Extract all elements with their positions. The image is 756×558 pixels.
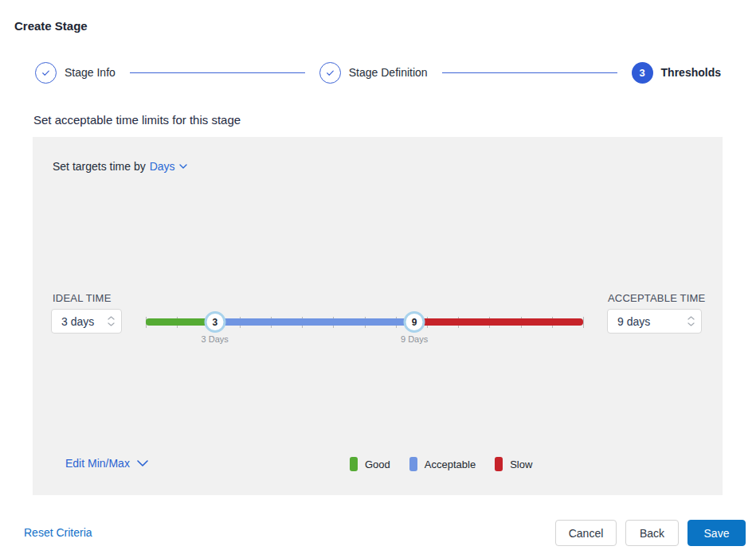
acceptable-time-label: ACCEPTABLE TIME [608,292,705,304]
spinner-controls [108,310,115,333]
targets-time-label: Set targets time by [53,160,146,173]
step-stage-info[interactable]: Stage Info [35,62,116,84]
acceptable-swatch [409,457,417,471]
step-number-badge: 3 [632,62,653,84]
step-complete-icon [35,62,57,84]
legend-item-acceptable: Acceptable [409,457,476,471]
legend-label: Acceptable [425,458,476,470]
legend-label: Good [365,458,390,470]
slider-legend: Good Acceptable Slow [350,457,532,471]
segment-slow [414,318,583,326]
spinner-up-icon[interactable] [108,316,115,320]
slider-handle-min-caption: 3 Days [202,334,229,344]
stepper-connector [130,72,305,73]
unit-dropdown[interactable]: Days [150,160,187,173]
step-label: Stage Info [65,66,116,79]
back-button[interactable]: Back [625,520,679,546]
chevron-down-icon [137,460,148,466]
good-swatch [350,457,358,471]
create-stage-dialog: Create Stage Stage Info Stage Definition… [0,0,756,558]
ideal-time-label: IDEAL TIME [53,292,112,304]
edit-minmax-label: Edit Min/Max [65,457,130,470]
slow-swatch [495,457,503,471]
thresholds-panel: Set targets time by Days IDEAL TIME 3 9 [33,137,723,495]
segment-acceptable [215,318,414,326]
spinner-down-icon[interactable] [687,322,695,326]
time-range-slider[interactable]: 3 9 3 Days 9 Days [146,306,583,345]
spinner-controls [687,310,695,333]
step-stage-definition[interactable]: Stage Definition [319,62,428,84]
save-button[interactable]: Save [687,520,746,546]
ideal-time-stepper[interactable] [51,309,122,334]
spinner-down-icon[interactable] [108,322,115,326]
slider-handle-max-caption: 9 Days [401,334,428,344]
targets-time-row: Set targets time by Days [53,160,187,173]
spinner-up-icon[interactable] [687,316,695,320]
reset-criteria-link[interactable]: Reset Criteria [24,526,92,539]
unit-dropdown-value: Days [150,160,175,173]
legend-item-slow: Slow [495,457,532,471]
step-label: Thresholds [661,66,721,79]
step-thresholds[interactable]: 3 Thresholds [632,62,721,84]
step-complete-icon [319,62,341,84]
legend-item-good: Good [350,457,390,471]
step-label: Stage Definition [349,66,428,79]
chevron-down-icon [179,164,187,169]
acceptable-time-stepper[interactable] [607,309,702,334]
edit-minmax-link[interactable]: Edit Min/Max [65,457,148,470]
legend-label: Slow [510,458,532,470]
stepper-connector [442,72,617,73]
cancel-button[interactable]: Cancel [555,520,617,546]
wizard-stepper: Stage Info Stage Definition 3 Thresholds [35,60,721,84]
section-heading: Set acceptable time limits for this stag… [33,113,241,127]
footer-buttons: Cancel Back Save [555,520,746,546]
slider-handle-max[interactable]: 9 [404,311,425,333]
slider-handle-min[interactable]: 3 [204,311,225,333]
page-title: Create Stage [14,19,88,33]
